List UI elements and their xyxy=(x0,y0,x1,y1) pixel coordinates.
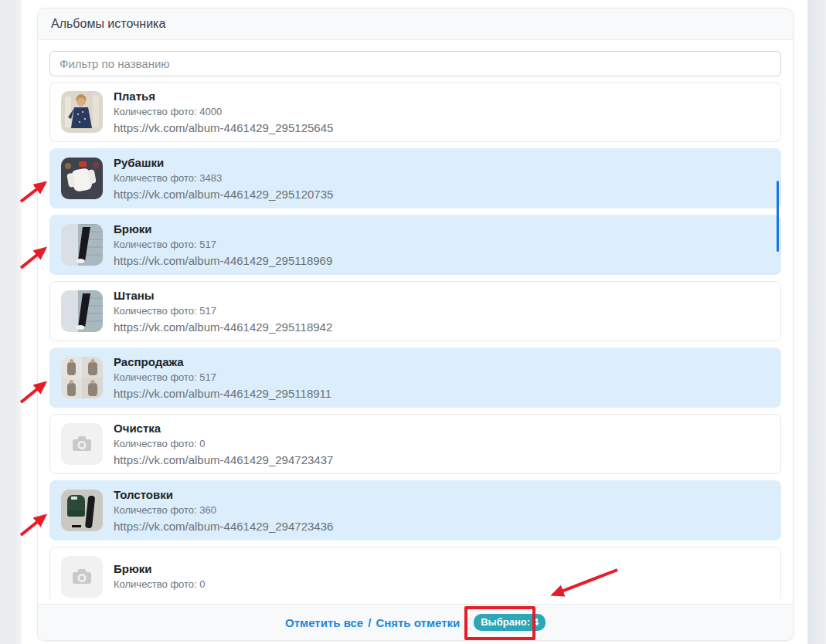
album-thumbnail xyxy=(61,423,103,465)
album-photo-count: Количество фото: 3483 xyxy=(114,172,333,185)
album-title: Толстовки xyxy=(114,487,333,502)
collage-photo xyxy=(61,357,103,398)
album-thumbnail xyxy=(61,91,103,133)
album-photo-count: Количество фото: 517 xyxy=(114,239,332,251)
selected-count-badge: Выбрано: 4 xyxy=(474,614,546,631)
card-body: Платья Количество фото: 4000 https://vk.… xyxy=(38,40,793,604)
album-photo-count: Количество фото: 0 xyxy=(114,578,206,591)
album-photo-count: Количество фото: 0 xyxy=(114,438,333,450)
album-url: https://vk.com/album-4461429_295118942 xyxy=(114,320,332,334)
album-title: Рубашки xyxy=(114,155,333,170)
album-title: Распродажа xyxy=(114,354,331,369)
camera-icon xyxy=(61,556,103,598)
shirt-photo xyxy=(61,158,103,199)
card-header: Альбомы источника xyxy=(38,8,793,40)
hoodie-photo xyxy=(61,490,103,531)
album-row[interactable]: Штаны Количество фото: 517 https://vk.co… xyxy=(49,281,781,341)
album-title: Очистка xyxy=(114,421,333,436)
album-list: Платья Количество фото: 4000 https://vk.… xyxy=(49,82,781,599)
links-separator: / xyxy=(368,616,371,629)
page-left-gutter xyxy=(0,0,22,644)
album-thumbnail xyxy=(61,224,103,266)
album-row[interactable]: Брюки Количество фото: 517 https://vk.co… xyxy=(49,215,781,275)
page-title: Альбомы источника xyxy=(51,17,165,31)
album-thumbnail xyxy=(61,556,103,598)
pants-photo xyxy=(61,224,103,266)
album-thumbnail xyxy=(61,158,103,199)
album-title: Брюки xyxy=(114,222,332,236)
album-thumbnail xyxy=(61,357,103,398)
album-row[interactable]: Брюки Количество фото: 0 xyxy=(49,547,781,599)
album-url: https://vk.com/album-4461429_295120735 xyxy=(114,187,333,202)
source-albums-card: Альбомы источника Платья Количество фото… xyxy=(37,8,794,641)
album-url: https://vk.com/album-4461429_294723437 xyxy=(114,452,333,467)
album-url: https://vk.com/album-4461429_295118969 xyxy=(114,253,332,268)
album-row[interactable]: Толстовки Количество фото: 360 https://v… xyxy=(49,480,781,541)
dress-photo xyxy=(61,91,103,133)
album-title: Брюки xyxy=(114,561,206,576)
album-thumbnail xyxy=(61,290,103,332)
card-footer: Отметить все / Снять отметки Выбрано: 4 xyxy=(38,604,793,640)
album-row[interactable]: Платья Количество фото: 4000 https://vk.… xyxy=(49,82,781,142)
album-url: https://vk.com/album-4461429_294723436 xyxy=(114,519,333,534)
album-photo-count: Количество фото: 4000 xyxy=(114,106,333,118)
deselect-all-link[interactable]: Снять отметки xyxy=(376,616,460,629)
album-row[interactable]: Распродажа Количество фото: 517 https://… xyxy=(49,347,781,408)
album-row[interactable]: Рубашки Количество фото: 3483 https://vk… xyxy=(49,148,781,208)
album-url: https://vk.com/album-4461429_295118911 xyxy=(114,386,331,401)
page-right-gutter xyxy=(807,0,826,644)
album-thumbnail xyxy=(61,490,103,531)
album-photo-count: Количество фото: 517 xyxy=(114,305,332,317)
scrollbar-thumb[interactable] xyxy=(777,181,779,252)
album-row[interactable]: Очистка Количество фото: 0 https://vk.co… xyxy=(49,414,781,474)
filter-input[interactable] xyxy=(49,51,781,76)
select-all-link[interactable]: Отметить все xyxy=(285,616,363,629)
album-photo-count: Количество фото: 360 xyxy=(114,504,333,517)
camera-icon xyxy=(61,423,103,465)
album-title: Платья xyxy=(114,89,333,103)
album-photo-count: Количество фото: 517 xyxy=(114,371,331,384)
album-title: Штаны xyxy=(114,288,332,303)
album-url: https://vk.com/album-4461429_295125645 xyxy=(114,120,333,135)
pants-photo xyxy=(61,290,103,332)
